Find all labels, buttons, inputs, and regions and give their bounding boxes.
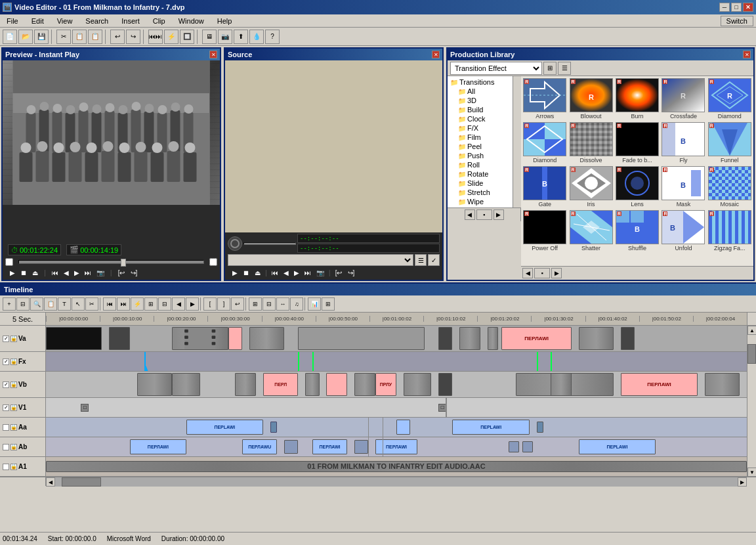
vscroll-up[interactable]: ▲ [747, 326, 756, 335]
clip-vb-1[interactable] [137, 373, 172, 396]
menu-view[interactable]: View [53, 16, 77, 26]
thumb-shatter[interactable]: R Shatter [568, 209, 613, 252]
tree-slide[interactable]: 📁 Slide [449, 179, 511, 188]
thumb-unfold[interactable]: R B Unfold [661, 209, 705, 252]
prev-mark-out[interactable]: ↪] [129, 269, 140, 277]
clip-ab-3[interactable] [284, 440, 298, 453]
thumb-burn[interactable]: R [615, 77, 660, 120]
source-close[interactable]: ✕ [432, 51, 440, 58]
thumb-crossfade[interactable]: R R [661, 77, 705, 120]
clip-va-9[interactable] [488, 327, 498, 350]
tb-new[interactable]: 📄 [3, 30, 17, 44]
thumb-dissolve[interactable]: R Dissolve [568, 121, 613, 164]
prev-frame-btn[interactable]: 📷 [94, 269, 106, 277]
track-ab-check[interactable] [3, 444, 9, 450]
tree-next-btn[interactable]: ▶ [494, 209, 504, 220]
hscroll-bar[interactable] [55, 477, 738, 487]
clip-vb-7[interactable] [354, 373, 375, 396]
track-fx-lock[interactable]: 🔒 [10, 359, 17, 365]
clip-vb-4[interactable]: ПЕРЛ [263, 373, 298, 396]
scrub-thumb[interactable] [121, 259, 126, 267]
transition-effect-dropdown[interactable]: Transition Effect [450, 62, 542, 75]
tree-clock[interactable]: 📁 Clock [449, 114, 511, 123]
thumb-shuffle[interactable]: R B Shuffle [615, 209, 660, 252]
tree-wipe[interactable]: 📁 Wipe [449, 197, 511, 206]
tree-push[interactable]: 📁 Push [449, 151, 511, 160]
prev-rew-btn[interactable]: ⏮ [50, 269, 60, 277]
tb-open[interactable]: 📂 [18, 30, 33, 44]
tree-film[interactable]: 📁 Film [449, 133, 511, 142]
menu-window[interactable]: Window [175, 16, 208, 26]
tb-trim[interactable]: ⏮⏭ [148, 30, 163, 44]
preview-close[interactable]: ✕ [209, 51, 217, 58]
tl-tracks[interactable]: ⊟ [16, 297, 30, 311]
src-fwd-btn[interactable]: ▶ [292, 269, 301, 277]
prev-play-btn[interactable]: ▶ [8, 269, 17, 277]
menu-insert[interactable]: Insert [117, 16, 144, 26]
tb-render[interactable]: 🔲 [180, 30, 194, 44]
menu-clip[interactable]: Clip [149, 16, 169, 26]
clip-va-12[interactable] [621, 327, 635, 350]
clip-aa-4[interactable]: ПЕРLAWI [452, 420, 529, 435]
tree-build[interactable]: 📁 Build [449, 105, 511, 114]
clip-va-4[interactable] [228, 327, 242, 350]
tl-rip[interactable]: ⏮ [103, 297, 116, 311]
source-dropdown[interactable] [228, 254, 413, 266]
clip-vb-12[interactable] [551, 373, 572, 396]
thumb-prev-btn[interactable]: ◀ [522, 268, 533, 278]
track-vb-check[interactable]: ✓ [3, 381, 9, 388]
clip-va-2[interactable] [109, 327, 130, 350]
clip-va-10[interactable]: ПЕРЛAWI [501, 327, 572, 350]
clip-vb-13[interactable]: ПЕРЛAWI [621, 373, 698, 396]
src-mark-in[interactable]: [↩ [333, 269, 345, 277]
clip-vb-5[interactable] [305, 373, 319, 396]
clip-vb-9[interactable] [404, 373, 432, 396]
hscroll-right[interactable]: ▶ [738, 477, 747, 487]
clip-ab-1[interactable]: ПЕРЛAWI [130, 439, 186, 454]
menu-help[interactable]: Help [213, 16, 236, 26]
thumb-fly[interactable]: R B Fly [661, 121, 705, 164]
track-a1-content[interactable]: 01 FROM MILKMAN TO INFANTRY EDIT AUDIO.A… [46, 457, 747, 476]
clip-ab-4[interactable]: ПЕРЛAWI [312, 439, 347, 454]
thumb-fadetob[interactable]: R Fade to b... [615, 121, 660, 164]
track-va-check[interactable]: ✓ [3, 336, 9, 342]
thumb-next-btn[interactable]: ▶ [551, 268, 562, 278]
prev-ff-btn[interactable]: ⏭ [83, 269, 93, 277]
clip-va-5[interactable] [249, 327, 284, 350]
hscroll-thumb[interactable] [62, 477, 101, 487]
clip-aa-2[interactable] [270, 422, 278, 433]
source-transport-wheel[interactable] [228, 236, 242, 251]
clip-aa-3[interactable] [396, 420, 410, 435]
tl-range[interactable]: ⊞ [249, 297, 262, 311]
source-list-btn[interactable]: ☰ [415, 254, 427, 266]
tl-add-track[interactable]: + [3, 297, 16, 311]
ruler-ticks-area[interactable]: |00:00:00:00 |00:00:10:00 |00:00:20:00 |… [46, 313, 747, 325]
tb-help[interactable]: ? [265, 30, 280, 44]
src-mark-out[interactable]: ↪] [346, 269, 357, 277]
track-a1-lock[interactable]: 🔒 [10, 464, 17, 470]
thumb-zigzag[interactable]: R Zigzag Fa... [707, 209, 752, 252]
clip-ab-8[interactable] [522, 441, 533, 452]
track-v1-content[interactable]: □ □ [46, 398, 747, 417]
clip-va-7[interactable] [438, 327, 452, 350]
tree-transitions[interactable]: 📁 Transitions [449, 77, 511, 87]
tl-align-l[interactable]: ◀ [172, 297, 185, 311]
clip-va-8[interactable] [459, 327, 480, 350]
track-vb-lock[interactable]: 🔒 [10, 381, 17, 388]
clip-va-1[interactable] [46, 327, 102, 350]
src-eject-btn[interactable]: ⏏ [253, 269, 262, 277]
tb-paste[interactable]: 📋 [88, 30, 102, 44]
thumb-mask[interactable]: R B Mask [661, 165, 705, 208]
view-list-btn[interactable]: ☰ [558, 62, 571, 75]
clip-va-3[interactable] [172, 327, 228, 350]
clip-a1-1[interactable]: 01 FROM MILKMAN TO INFANTRY EDIT AUDIO.A… [46, 461, 747, 472]
hscroll-track[interactable]: ◀ ▶ [46, 477, 747, 486]
clip-ab-7[interactable] [509, 441, 519, 452]
clip-vb-6[interactable] [326, 373, 347, 396]
tb-redo[interactable]: ↪ [126, 30, 140, 44]
thumb-mosaic[interactable]: R [707, 165, 752, 208]
menu-search[interactable]: Search [81, 16, 112, 26]
production-close[interactable]: ✕ [743, 51, 751, 58]
src-bk-btn[interactable]: ◀ [282, 269, 291, 277]
tl-zoom[interactable]: 🔍 [30, 297, 43, 311]
